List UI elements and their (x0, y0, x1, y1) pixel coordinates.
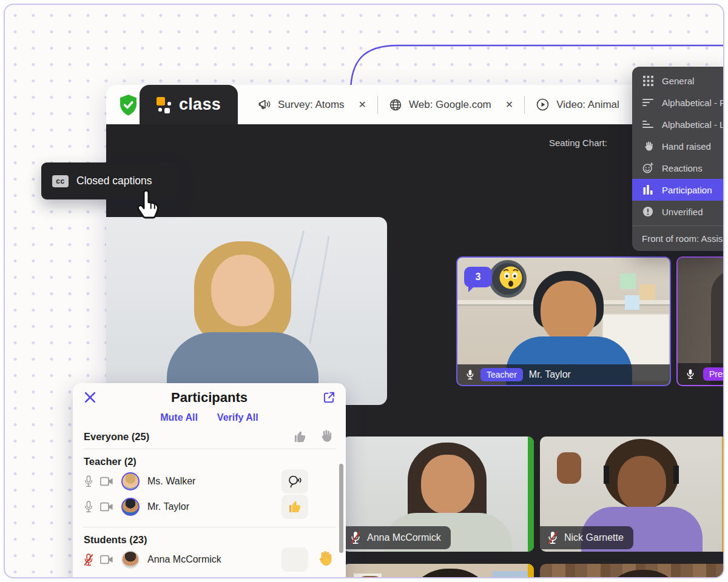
students-group-label: Students (23) (73, 527, 346, 547)
sort-asc-icon (642, 120, 654, 129)
page-frame: class Survey: Atoms ✕ (4, 4, 724, 578)
reaction-box[interactable] (281, 495, 308, 519)
mic-off-icon[interactable] (83, 554, 94, 566)
role-badge: Teacher (480, 368, 523, 381)
video-tile-mia[interactable]: Mia Smith (540, 564, 724, 578)
tab-survey-label: Survey: Atoms (278, 99, 345, 111)
participant-name: Mr. Taylor (529, 369, 571, 380)
reaction-box[interactable] (281, 469, 308, 493)
verified-shield-icon (119, 94, 138, 116)
participant-row-anna[interactable]: Anna McCormick (73, 547, 346, 572)
tab-video-label: Video: Animal (556, 99, 619, 111)
megaphone-icon (258, 98, 271, 112)
tab-divider (524, 96, 525, 114)
mic-icon (466, 369, 474, 381)
seating-chart-sort-menu: General Alphabetical - F Alphabetical - … (632, 67, 724, 251)
video-tile-danielle[interactable]: Danielle Atkins (343, 564, 534, 578)
mic-off-icon (350, 531, 361, 544)
tab-web-label: Web: Google.com (409, 99, 491, 111)
participant-name: Ms. Walker (147, 476, 195, 487)
participant-row-ms-walker[interactable]: Ms. Walker (73, 469, 346, 494)
cc-icon: cc (52, 175, 69, 187)
panel-title: Participants (73, 390, 346, 406)
menu-item-label: Alphabetical - F (662, 98, 724, 108)
mia-person (587, 570, 699, 578)
alert-circle-icon (642, 206, 654, 217)
mic-off-icon (547, 531, 558, 544)
verify-all-button[interactable]: Verify All (217, 412, 258, 423)
tab-divider (377, 96, 378, 114)
thumbs-up-column-icon[interactable] (293, 430, 307, 444)
tab-class-home[interactable]: class (140, 85, 238, 124)
camera-icon[interactable] (100, 502, 113, 512)
astonished-face-emoji (499, 266, 523, 290)
tab-web-close-icon[interactable]: ✕ (505, 99, 513, 110)
camera-icon[interactable] (100, 555, 113, 564)
bar-chart-icon (642, 185, 654, 195)
play-circle-icon (536, 98, 550, 112)
panel-scrollbar[interactable] (339, 464, 343, 553)
participation-stripe-yellow (528, 564, 534, 578)
menu-item-participation[interactable]: Participation (632, 179, 724, 201)
video-tile-nick[interactable]: Nick Garnette (540, 436, 724, 552)
everyone-count-label: Everyone (25) (84, 431, 149, 443)
video-tile-mr-taylor[interactable]: 3 Teacher Mr. Taylor (456, 256, 671, 386)
teacher-group-label: Teacher (2) (73, 449, 346, 469)
sort-desc-icon (642, 98, 654, 107)
pop-out-icon[interactable] (323, 391, 335, 404)
tab-survey-close-icon[interactable]: ✕ (359, 99, 366, 110)
hand-icon (642, 141, 654, 152)
menu-item-label: Hand raised (662, 141, 711, 152)
camera-icon[interactable] (100, 477, 113, 486)
mic-icon[interactable] (83, 501, 94, 513)
tile-name: Nick Garnette (564, 532, 624, 543)
tab-web[interactable]: Web: Google.com ✕ (383, 98, 519, 112)
hand-raised-emoji (317, 550, 332, 567)
menu-item-reactions[interactable]: Reactions (632, 157, 724, 179)
avatar (121, 550, 140, 569)
tooltip-label: Closed captions (76, 175, 152, 187)
participant-row-mr-taylor[interactable]: Mr. Taylor (73, 494, 346, 520)
waving-hand (557, 452, 581, 484)
participants-panel: Participants Mute All Verify All Everyon… (73, 383, 346, 578)
participation-stripe-green (528, 436, 534, 552)
menu-item-general[interactable]: General (632, 70, 724, 92)
seating-chart-label: Seating Chart: (549, 138, 607, 148)
video-tile-anna[interactable]: Anna McCormick (343, 436, 534, 552)
thumbs-up-emoji (288, 500, 302, 514)
avatar (121, 498, 140, 516)
menu-item-label: Alphabetical - L (662, 119, 724, 130)
grid-icon (642, 76, 654, 86)
menu-footer-front-of-room[interactable]: Front of room: Assis (632, 229, 724, 247)
speaking-head-icon (288, 474, 302, 489)
raised-hand-column-icon[interactable] (319, 429, 332, 444)
tile-name: Anna McCormick (367, 532, 441, 543)
globe-icon (389, 98, 402, 112)
tab-survey[interactable]: Survey: Atoms ✕ (252, 98, 372, 112)
hand-cursor-icon (135, 188, 164, 221)
brand-name: class (179, 95, 221, 114)
tab-video[interactable]: Video: Animal (530, 98, 625, 112)
smiley-plus-icon (642, 162, 654, 173)
reaction-count-bubble: 3 (464, 267, 492, 287)
menu-item-label: Unverified (662, 207, 703, 217)
class-logo-icon (157, 96, 174, 114)
menu-item-label: General (662, 76, 694, 86)
video-tile-presenter[interactable]: Pres (676, 256, 724, 386)
role-badge: Pres (703, 367, 724, 381)
menu-item-unverified[interactable]: Unverified (632, 201, 724, 222)
sticky-note (639, 284, 655, 300)
menu-item-hand-raised[interactable]: Hand raised (632, 135, 724, 157)
mute-all-button[interactable]: Mute All (160, 412, 198, 423)
participant-name: Mr. Taylor (147, 501, 189, 512)
menu-item-label: Participation (662, 185, 712, 195)
menu-divider (632, 226, 724, 226)
ms-walker-person (164, 241, 334, 405)
menu-item-alpha-first[interactable]: Alphabetical - F (632, 92, 724, 113)
video-tile-ms-walker[interactable]: Teacher Ms. Walker (106, 217, 387, 405)
menu-item-label: Reactions (662, 163, 703, 173)
reaction-box[interactable] (281, 547, 308, 572)
menu-item-alpha-last[interactable]: Alphabetical - L (632, 113, 724, 135)
mic-icon[interactable] (83, 475, 94, 487)
dotted-background: class Survey: Atoms ✕ (4, 4, 724, 578)
